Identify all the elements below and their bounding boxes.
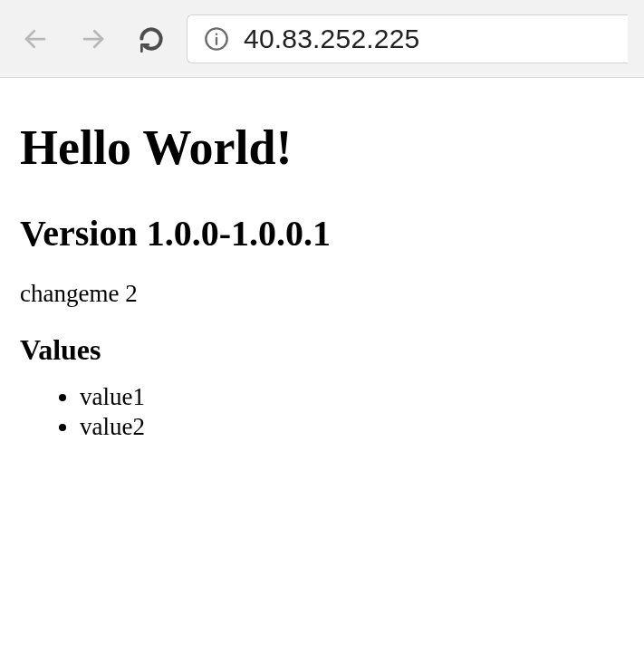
address-bar[interactable]: 40.83.252.225 [187, 14, 628, 63]
change-text: changeme 2 [20, 280, 624, 308]
svg-point-4 [216, 33, 218, 35]
list-item: value1 [80, 383, 624, 411]
address-text: 40.83.252.225 [244, 24, 419, 54]
reload-icon[interactable] [132, 20, 170, 58]
version-heading: Version 1.0.0-1.0.0.1 [20, 212, 624, 254]
page-title: Hello World! [20, 120, 624, 176]
values-list: value1 value2 [20, 383, 624, 441]
browser-toolbar: 40.83.252.225 [0, 0, 644, 78]
back-icon[interactable] [16, 20, 54, 58]
values-heading: Values [20, 333, 624, 367]
nav-button-group [16, 20, 170, 58]
site-info-icon[interactable] [204, 26, 229, 52]
forward-icon[interactable] [74, 20, 112, 58]
page-content: Hello World! Version 1.0.0-1.0.0.1 chang… [0, 78, 644, 461]
list-item: value2 [80, 413, 624, 441]
